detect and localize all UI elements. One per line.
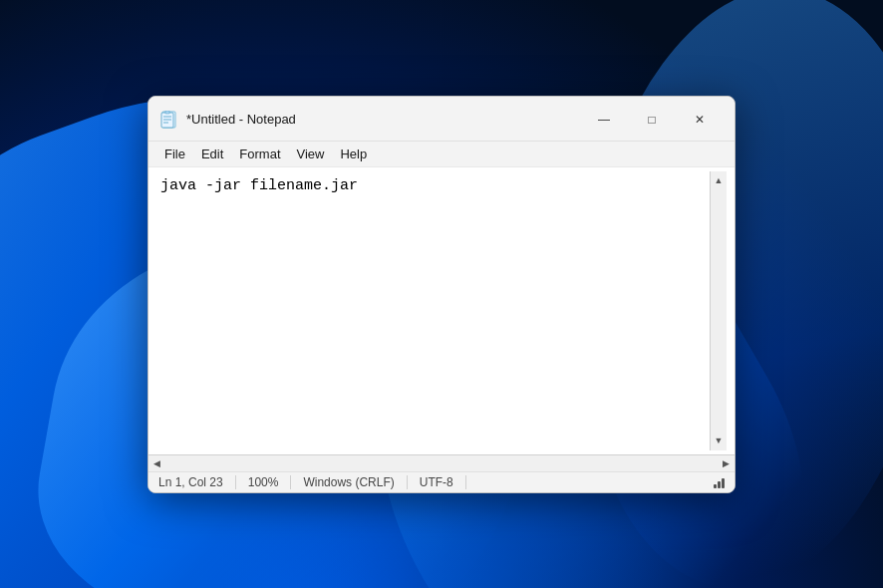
scroll-right-arrow[interactable]: ▶ xyxy=(718,454,735,471)
editor-textarea[interactable]: java -jar filename.jar xyxy=(156,171,710,450)
menu-help[interactable]: Help xyxy=(332,144,375,164)
scrollbar-h-track[interactable] xyxy=(165,455,718,471)
menu-bar: File Edit Format View Help xyxy=(148,142,735,167)
scroll-left-arrow[interactable]: ◀ xyxy=(148,454,165,471)
minimize-button[interactable]: — xyxy=(581,105,627,135)
status-position: Ln 1, Col 23 xyxy=(158,475,236,489)
notepad-app-icon xyxy=(160,111,178,129)
status-bar: Ln 1, Col 23 100% Windows (CRLF) UTF-8 xyxy=(148,471,735,492)
svg-rect-5 xyxy=(165,111,169,114)
window-title: *Untitled - Notepad xyxy=(186,112,296,127)
close-button[interactable]: ✕ xyxy=(677,105,723,135)
signal-bar-1 xyxy=(714,484,717,488)
signal-icon xyxy=(714,476,725,488)
status-line-ending: Windows (CRLF) xyxy=(291,475,407,489)
title-bar-left: *Untitled - Notepad xyxy=(160,111,296,129)
maximize-button[interactable]: □ xyxy=(629,105,675,135)
signal-bar-3 xyxy=(722,478,725,488)
horizontal-scrollbar[interactable]: ◀ ▶ xyxy=(148,454,735,471)
menu-view[interactable]: View xyxy=(289,144,333,164)
status-bar-right xyxy=(714,476,725,488)
status-zoom: 100% xyxy=(236,475,292,489)
vertical-scrollbar[interactable]: ▲ ▼ xyxy=(710,171,727,450)
editor-container: java -jar filename.jar ▲ ▼ xyxy=(148,167,735,454)
scroll-down-arrow[interactable]: ▼ xyxy=(712,434,727,448)
svg-rect-1 xyxy=(161,113,173,128)
status-encoding: UTF-8 xyxy=(408,475,466,489)
signal-bar-2 xyxy=(718,481,721,488)
menu-format[interactable]: Format xyxy=(231,144,288,164)
scroll-up-arrow[interactable]: ▲ xyxy=(712,173,727,188)
menu-file[interactable]: File xyxy=(156,144,193,164)
title-bar: *Untitled - Notepad — □ ✕ xyxy=(148,97,735,142)
menu-edit[interactable]: Edit xyxy=(193,144,231,164)
notepad-window: *Untitled - Notepad — □ ✕ File Edit Form… xyxy=(147,96,736,493)
title-bar-controls: — □ ✕ xyxy=(581,105,723,135)
